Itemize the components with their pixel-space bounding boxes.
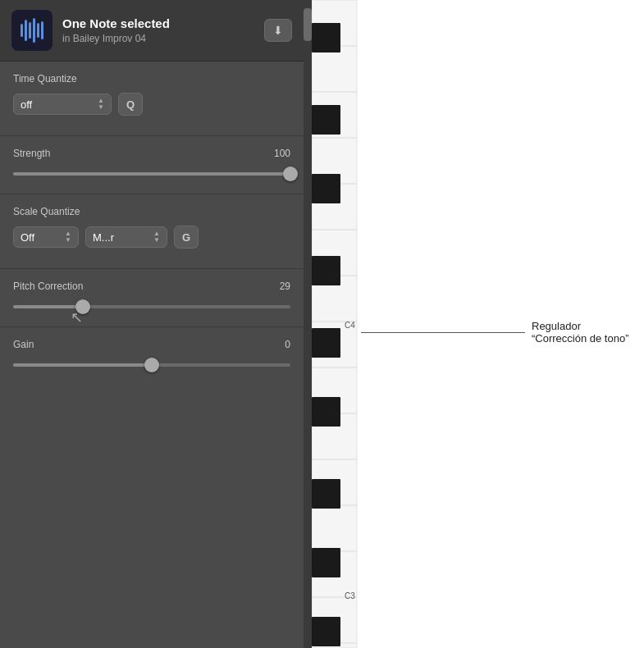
waveform-icon	[11, 10, 53, 51]
pitch-correction-section: Pitch Correction 29 ↖	[0, 269, 304, 327]
scale-quantize-label: Scale Quantize	[13, 206, 290, 217]
strength-header-row: Strength 100	[13, 148, 290, 159]
gain-section: Gain 0	[0, 327, 304, 385]
c4-label: C4	[345, 321, 355, 330]
strength-slider-track[interactable]	[13, 172, 290, 176]
right-panel: C4 C3 Regulador “Corrección de tono”	[312, 0, 644, 648]
svg-rect-20	[312, 397, 340, 427]
scale-g-button[interactable]: G	[174, 226, 199, 249]
time-quantize-dropdown[interactable]: off ▲▼	[13, 94, 112, 115]
header: One Note selected in Bailey Improv 04 ⬇	[0, 0, 304, 62]
scrollbar[interactable]	[304, 0, 312, 648]
pitch-slider-thumb[interactable]	[75, 299, 90, 314]
scale-quantize-controls: Off ▲▼ M...r ▲▼ G	[13, 226, 290, 249]
strength-slider-thumb[interactable]	[283, 167, 298, 181]
svg-rect-23	[312, 617, 340, 646]
svg-rect-18	[312, 256, 340, 285]
gain-label: Gain	[13, 339, 34, 350]
strength-label: Strength	[13, 148, 50, 159]
strength-section: Strength 100	[0, 136, 304, 194]
gain-slider-fill	[13, 363, 152, 367]
insert-icon: ⬇	[273, 24, 283, 37]
pitch-header-row: Pitch Correction 29	[13, 281, 290, 292]
scale-quantize-dropdown2[interactable]: M...r ▲▼	[85, 226, 167, 248]
gain-header-row: Gain 0	[13, 339, 290, 350]
waveform-bar-4	[33, 18, 35, 43]
time-quantize-controls: off ▲▼ Q	[13, 93, 290, 116]
waveform-bars	[21, 18, 43, 43]
pitch-correction-label: Pitch Correction	[13, 281, 83, 292]
time-quantize-label: Time Quantize	[13, 73, 290, 84]
header-text: One Note selected in Bailey Improv 04	[62, 16, 254, 44]
left-panel: One Note selected in Bailey Improv 04 ⬇ …	[0, 0, 304, 648]
main-container: One Note selected in Bailey Improv 04 ⬇ …	[0, 0, 644, 648]
insert-button[interactable]: ⬇	[264, 19, 292, 42]
strength-slider-fill	[13, 172, 290, 176]
waveform-bar-1	[21, 24, 23, 37]
svg-rect-21	[312, 479, 340, 509]
svg-rect-19	[312, 328, 340, 358]
dropdown-arrows: ▲▼	[98, 98, 104, 111]
time-quantize-section: Time Quantize off ▲▼ Q	[0, 62, 304, 136]
pitch-slider-track[interactable]	[13, 305, 290, 308]
scale-quantize-dropdown1[interactable]: Off ▲▼	[13, 226, 79, 248]
time-quantize-value: off	[21, 98, 32, 111]
scrollbar-thumb[interactable]	[304, 8, 312, 41]
dropdown-arrows-2: ▲▼	[65, 230, 71, 244]
q-button[interactable]: Q	[118, 93, 143, 116]
header-subtitle: in Bailey Improv 04	[62, 33, 254, 44]
scale-quantize-value2: M...r	[93, 231, 114, 244]
svg-rect-16	[312, 105, 340, 135]
c3-label: C3	[345, 591, 355, 600]
pitch-correction-value: 29	[280, 281, 290, 292]
waveform-bar-5	[37, 23, 39, 38]
pitch-slider-fill	[13, 305, 83, 308]
gain-slider-container	[13, 357, 290, 373]
strength-slider-container	[13, 166, 290, 182]
strength-value: 100	[274, 148, 290, 159]
scale-quantize-value1: Off	[21, 231, 34, 244]
waveform-bar-2	[25, 20, 27, 41]
svg-rect-15	[312, 23, 340, 52]
gain-slider-thumb[interactable]	[144, 358, 159, 372]
header-title: One Note selected	[62, 16, 254, 31]
gain-slider-track[interactable]	[13, 363, 290, 367]
dropdown-arrows-3: ▲▼	[153, 230, 160, 244]
svg-rect-22	[312, 548, 340, 577]
scale-quantize-section: Scale Quantize Off ▲▼ M...r ▲▼ G	[0, 194, 304, 269]
pitch-slider-container	[13, 299, 290, 315]
waveform-bar-3	[29, 22, 31, 39]
gain-value: 0	[285, 339, 290, 350]
waveform-bar-6	[41, 21, 43, 39]
piano-keyboard-svg: C4 C3	[312, 0, 644, 648]
svg-rect-17	[312, 174, 340, 203]
